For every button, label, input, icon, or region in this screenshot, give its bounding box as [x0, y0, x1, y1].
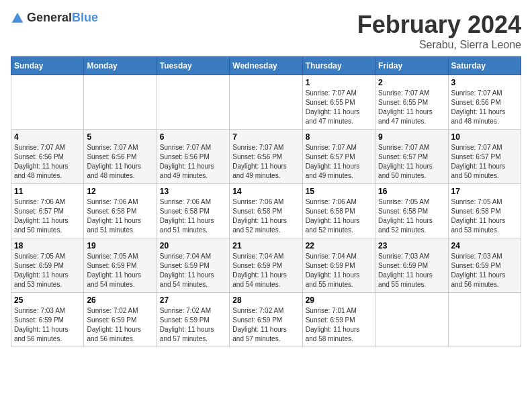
- calendar-cell: 1Sunrise: 7:07 AM Sunset: 6:55 PM Daylig…: [302, 75, 375, 130]
- day-info: Sunrise: 7:06 AM Sunset: 6:58 PM Dayligh…: [160, 197, 226, 235]
- day-info: Sunrise: 7:02 AM Sunset: 6:59 PM Dayligh…: [87, 306, 153, 344]
- day-info: Sunrise: 7:03 AM Sunset: 6:59 PM Dayligh…: [14, 306, 81, 344]
- logo-general-text: General: [27, 11, 72, 24]
- calendar-cell: 8Sunrise: 7:07 AM Sunset: 6:57 PM Daylig…: [302, 130, 375, 184]
- svg-marker-0: [12, 12, 24, 22]
- day-number: 5: [87, 132, 153, 142]
- calendar-cell: 25Sunrise: 7:03 AM Sunset: 6:59 PM Dayli…: [11, 293, 84, 347]
- calendar-week-row: 1Sunrise: 7:07 AM Sunset: 6:55 PM Daylig…: [11, 75, 521, 130]
- calendar-week-row: 11Sunrise: 7:06 AM Sunset: 6:57 PM Dayli…: [11, 184, 521, 238]
- day-info: Sunrise: 7:07 AM Sunset: 6:55 PM Dayligh…: [378, 89, 445, 126]
- day-info: Sunrise: 7:05 AM Sunset: 6:59 PM Dayligh…: [87, 252, 153, 289]
- calendar-cell: 21Sunrise: 7:04 AM Sunset: 6:59 PM Dayli…: [230, 238, 302, 293]
- calendar-week-row: 25Sunrise: 7:03 AM Sunset: 6:59 PM Dayli…: [11, 293, 521, 347]
- day-info: Sunrise: 7:03 AM Sunset: 6:59 PM Dayligh…: [451, 252, 518, 289]
- calendar-cell: 19Sunrise: 7:05 AM Sunset: 6:59 PM Dayli…: [84, 238, 157, 293]
- weekday-header: Monday: [84, 57, 157, 75]
- calendar-cell: 28Sunrise: 7:02 AM Sunset: 6:59 PM Dayli…: [230, 293, 302, 347]
- day-info: Sunrise: 7:06 AM Sunset: 6:57 PM Dayligh…: [14, 197, 81, 235]
- calendar-cell: 29Sunrise: 7:01 AM Sunset: 6:59 PM Dayli…: [302, 293, 375, 347]
- calendar-cell: [448, 293, 521, 347]
- logo: GeneralBlue: [11, 11, 98, 25]
- day-info: Sunrise: 7:07 AM Sunset: 6:56 PM Dayligh…: [451, 89, 518, 126]
- day-info: Sunrise: 7:06 AM Sunset: 6:58 PM Dayligh…: [232, 197, 299, 235]
- calendar-cell: 7Sunrise: 7:07 AM Sunset: 6:56 PM Daylig…: [230, 130, 302, 184]
- day-number: 15: [306, 187, 372, 196]
- calendar-cell: 14Sunrise: 7:06 AM Sunset: 6:58 PM Dayli…: [230, 184, 302, 238]
- calendar-cell: [230, 75, 302, 130]
- day-info: Sunrise: 7:02 AM Sunset: 6:59 PM Dayligh…: [232, 306, 299, 344]
- calendar-title: February 2024: [357, 11, 521, 39]
- calendar-subtitle: Serabu, Sierra Leone: [357, 39, 521, 51]
- calendar-cell: 22Sunrise: 7:04 AM Sunset: 6:59 PM Dayli…: [302, 238, 375, 293]
- day-info: Sunrise: 7:05 AM Sunset: 6:58 PM Dayligh…: [378, 197, 445, 235]
- calendar-cell: 15Sunrise: 7:06 AM Sunset: 6:58 PM Dayli…: [302, 184, 375, 238]
- day-number: 16: [378, 187, 445, 196]
- weekday-header: Wednesday: [230, 57, 302, 75]
- day-number: 4: [14, 132, 81, 142]
- weekday-header: Friday: [375, 57, 448, 75]
- header: GeneralBlue February 2024 Serabu, Sierra…: [11, 11, 521, 51]
- weekday-header-row: SundayMondayTuesdayWednesdayThursdayFrid…: [11, 57, 521, 75]
- day-number: 18: [14, 241, 81, 250]
- day-number: 13: [160, 187, 226, 196]
- calendar-cell: 23Sunrise: 7:03 AM Sunset: 6:59 PM Dayli…: [375, 238, 448, 293]
- day-number: 8: [306, 132, 372, 142]
- day-info: Sunrise: 7:05 AM Sunset: 6:58 PM Dayligh…: [451, 197, 518, 235]
- day-number: 17: [451, 187, 518, 196]
- calendar-cell: 27Sunrise: 7:02 AM Sunset: 6:59 PM Dayli…: [157, 293, 229, 347]
- calendar-cell: 20Sunrise: 7:04 AM Sunset: 6:59 PM Dayli…: [157, 238, 229, 293]
- calendar-cell: 3Sunrise: 7:07 AM Sunset: 6:56 PM Daylig…: [448, 75, 521, 130]
- day-number: 25: [14, 295, 81, 305]
- calendar-cell: 6Sunrise: 7:07 AM Sunset: 6:56 PM Daylig…: [157, 130, 229, 184]
- calendar-cell: 12Sunrise: 7:06 AM Sunset: 6:58 PM Dayli…: [84, 184, 157, 238]
- day-number: 20: [160, 241, 226, 250]
- title-area: February 2024 Serabu, Sierra Leone: [357, 11, 521, 51]
- day-number: 9: [378, 132, 445, 142]
- calendar-cell: 26Sunrise: 7:02 AM Sunset: 6:59 PM Dayli…: [84, 293, 157, 347]
- calendar-cell: [157, 75, 229, 130]
- day-info: Sunrise: 7:04 AM Sunset: 6:59 PM Dayligh…: [306, 252, 372, 289]
- calendar-cell: 4Sunrise: 7:07 AM Sunset: 6:56 PM Daylig…: [11, 130, 84, 184]
- day-info: Sunrise: 7:06 AM Sunset: 6:58 PM Dayligh…: [87, 197, 153, 235]
- calendar-week-row: 18Sunrise: 7:05 AM Sunset: 6:59 PM Dayli…: [11, 238, 521, 293]
- calendar-cell: 11Sunrise: 7:06 AM Sunset: 6:57 PM Dayli…: [11, 184, 84, 238]
- calendar-cell: 10Sunrise: 7:07 AM Sunset: 6:57 PM Dayli…: [448, 130, 521, 184]
- day-number: 12: [87, 187, 153, 196]
- day-number: 14: [232, 187, 299, 196]
- day-number: 29: [306, 295, 372, 305]
- calendar-week-row: 4Sunrise: 7:07 AM Sunset: 6:56 PM Daylig…: [11, 130, 521, 184]
- day-info: Sunrise: 7:07 AM Sunset: 6:57 PM Dayligh…: [306, 143, 372, 181]
- day-info: Sunrise: 7:06 AM Sunset: 6:58 PM Dayligh…: [306, 197, 372, 235]
- weekday-header: Saturday: [448, 57, 521, 75]
- day-number: 6: [160, 132, 226, 142]
- day-info: Sunrise: 7:07 AM Sunset: 6:56 PM Dayligh…: [87, 143, 153, 181]
- day-number: 26: [87, 295, 153, 305]
- day-number: 23: [378, 241, 445, 250]
- logo-wordmark: GeneralBlue: [27, 11, 98, 25]
- day-number: 2: [378, 78, 445, 87]
- calendar-cell: 17Sunrise: 7:05 AM Sunset: 6:58 PM Dayli…: [448, 184, 521, 238]
- day-number: 27: [160, 295, 226, 305]
- calendar-cell: 5Sunrise: 7:07 AM Sunset: 6:56 PM Daylig…: [84, 130, 157, 184]
- day-info: Sunrise: 7:01 AM Sunset: 6:59 PM Dayligh…: [306, 306, 372, 344]
- day-number: 24: [451, 241, 518, 250]
- logo-blue-text: Blue: [72, 11, 98, 24]
- day-number: 7: [232, 132, 299, 142]
- day-number: 1: [306, 78, 372, 87]
- day-info: Sunrise: 7:07 AM Sunset: 6:56 PM Dayligh…: [232, 143, 299, 181]
- day-number: 22: [306, 241, 372, 250]
- calendar-cell: 9Sunrise: 7:07 AM Sunset: 6:57 PM Daylig…: [375, 130, 448, 184]
- calendar-cell: [11, 75, 84, 130]
- day-number: 28: [232, 295, 299, 305]
- day-number: 21: [232, 241, 299, 250]
- day-number: 11: [14, 187, 81, 196]
- calendar-cell: 2Sunrise: 7:07 AM Sunset: 6:55 PM Daylig…: [375, 75, 448, 130]
- day-number: 19: [87, 241, 153, 250]
- calendar-cell: 13Sunrise: 7:06 AM Sunset: 6:58 PM Dayli…: [157, 184, 229, 238]
- calendar-table: SundayMondayTuesdayWednesdayThursdayFrid…: [11, 56, 521, 347]
- day-number: 10: [451, 132, 518, 142]
- calendar-cell: 16Sunrise: 7:05 AM Sunset: 6:58 PM Dayli…: [375, 184, 448, 238]
- weekday-header: Thursday: [302, 57, 375, 75]
- day-info: Sunrise: 7:04 AM Sunset: 6:59 PM Dayligh…: [232, 252, 299, 289]
